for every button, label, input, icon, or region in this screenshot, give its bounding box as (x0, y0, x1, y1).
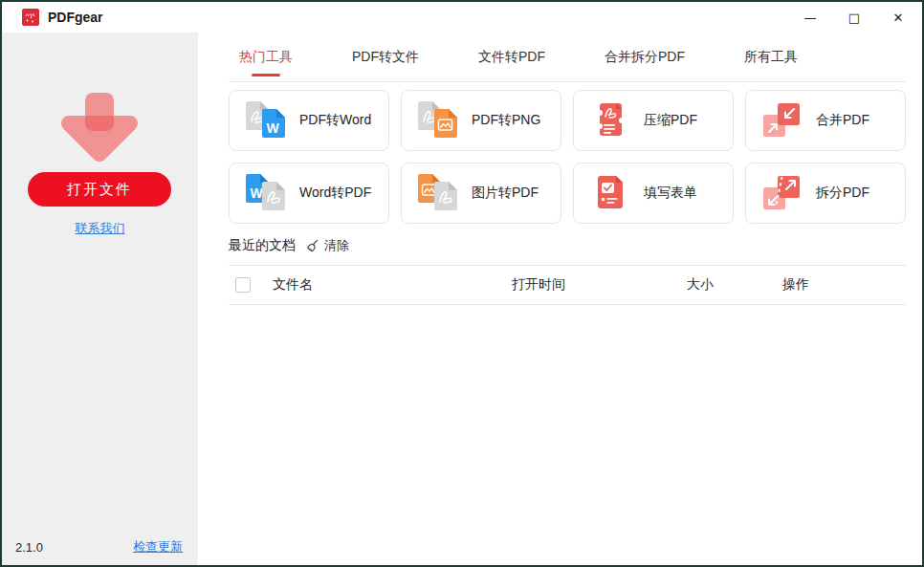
tab-file-to-pdf[interactable]: 文件转PDF (476, 33, 547, 81)
tab-label: 所有工具 (744, 49, 798, 66)
tab-pdf-to-file[interactable]: PDF转文件 (350, 33, 421, 81)
column-size: 大小 (687, 276, 782, 294)
fill-form-icon (589, 174, 631, 212)
tool-card-pdf-to-word[interactable]: PDF转Word (229, 90, 389, 151)
clear-recent-button[interactable]: 清除 (305, 237, 349, 254)
tool-card-pdf-to-png[interactable]: PDF转PNG (401, 90, 561, 151)
tool-card-label: PDF转Word (299, 112, 371, 129)
tool-card-label: 拆分PDF (816, 185, 869, 202)
window-title: PDFgear (48, 10, 103, 25)
version-label: 2.1.0 (15, 540, 43, 555)
pdf-to-word-icon (245, 101, 287, 140)
tool-card-compress-pdf[interactable]: 压缩PDF (573, 90, 734, 151)
clear-label: 清除 (324, 237, 349, 254)
tool-card-split-pdf[interactable]: 拆分PDF (745, 163, 906, 224)
sidebar: 打开文件 联系我们 2.1.0 检查更新 (2, 33, 198, 565)
merge-pdf-icon (761, 101, 803, 140)
column-filename: 文件名 (273, 276, 512, 294)
tab-label: 热门工具 (239, 49, 293, 66)
download-arrow-icon (54, 93, 145, 171)
pdfgear-logo-icon (22, 9, 39, 26)
pdf-to-png-icon (417, 101, 459, 140)
compress-pdf-icon (589, 101, 631, 140)
recent-docs-empty-area (229, 305, 906, 565)
column-open-time: 打开时间 (512, 276, 687, 294)
recent-docs-header: 最近的文档 清除 (229, 237, 906, 254)
close-button[interactable]: ✕ (876, 2, 920, 33)
tool-card-fill-form[interactable]: 填写表单 (573, 163, 734, 224)
tool-card-label: 合并PDF (816, 112, 869, 129)
recent-docs-table-header: 文件名 打开时间 大小 操作 (229, 265, 906, 305)
tools-grid: PDF转Word PDF转PNG 压缩PDF 合并PDF Word转PDF (229, 90, 906, 224)
minimize-button[interactable]: — (788, 2, 832, 33)
tool-card-merge-pdf[interactable]: 合并PDF (745, 90, 906, 151)
tool-card-label: PDF转PNG (472, 112, 540, 129)
main-area: 热门工具 PDF转文件 文件转PDF 合并拆分PDF 所有工具 (198, 33, 922, 565)
column-action: 操作 (782, 276, 906, 294)
tab-label: 文件转PDF (478, 49, 545, 66)
tab-label: PDF转文件 (352, 49, 419, 66)
titlebar: PDFgear — □ ✕ (2, 2, 922, 33)
tool-card-image-to-pdf[interactable]: 图片转PDF (401, 163, 561, 224)
tab-label: 合并拆分PDF (605, 49, 685, 66)
broom-icon (305, 239, 319, 253)
maximize-button[interactable]: □ (832, 2, 876, 33)
word-to-pdf-icon (245, 174, 287, 212)
split-pdf-icon (761, 174, 803, 212)
tool-card-label: 填写表单 (644, 185, 697, 202)
image-to-pdf-icon (417, 174, 459, 212)
select-all-checkbox[interactable] (235, 277, 251, 293)
tab-all-tools[interactable]: 所有工具 (742, 33, 800, 81)
tool-card-label: Word转PDF (299, 185, 371, 202)
recent-docs-title: 最近的文档 (229, 237, 296, 254)
tool-card-word-to-pdf[interactable]: Word转PDF (229, 163, 389, 224)
tab-hot-tools[interactable]: 热门工具 (237, 33, 295, 81)
tool-tabs: 热门工具 PDF转文件 文件转PDF 合并拆分PDF 所有工具 (229, 33, 906, 82)
check-update-link[interactable]: 检查更新 (133, 538, 183, 556)
tab-merge-split-pdf[interactable]: 合并拆分PDF (603, 33, 687, 81)
tool-card-label: 压缩PDF (644, 112, 697, 129)
app-window: PDFgear — □ ✕ 打开文件 联系我们 2.1.0 检查更新 (0, 0, 924, 567)
contact-us-link[interactable]: 联系我们 (76, 221, 125, 235)
tool-card-label: 图片转PDF (472, 185, 539, 202)
open-file-button[interactable]: 打开文件 (28, 172, 171, 207)
